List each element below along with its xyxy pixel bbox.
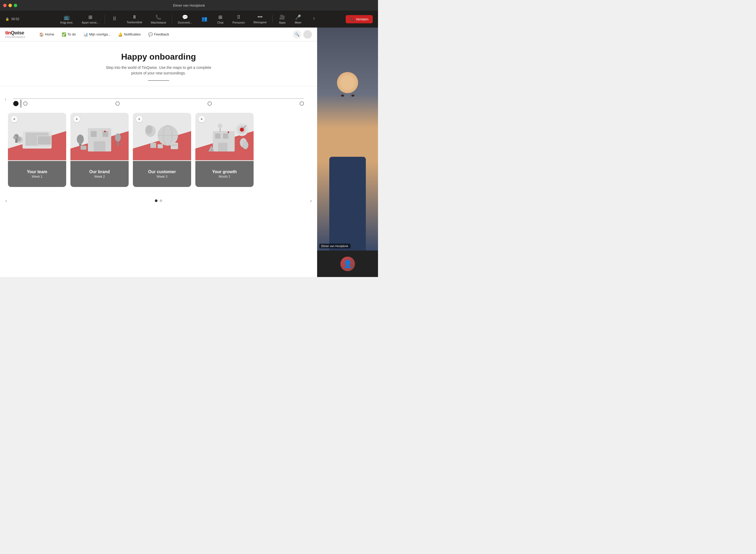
doorverbinding-button[interactable]: 📞 Wachtstand	[147, 13, 170, 26]
dot-2	[160, 200, 162, 202]
maximize-button[interactable]	[14, 4, 17, 7]
krijg-best-label: Krijg best.	[60, 21, 73, 24]
card-plus-2[interactable]: +	[73, 116, 80, 122]
video-name-badge: Elmer van Hooijdonk	[319, 244, 350, 248]
apps-button[interactable]: ⠿ Personen	[229, 13, 248, 26]
nav-todo-label: To do	[67, 32, 76, 36]
svg-rect-6	[38, 136, 51, 145]
svg-rect-20	[81, 146, 86, 150]
card-plus-1[interactable]: +	[11, 116, 17, 122]
svg-point-46	[218, 123, 223, 128]
svg-rect-29	[171, 143, 178, 149]
microphone-icon: 🎤	[295, 14, 301, 20]
left-nav-arrow[interactable]: ‹	[3, 94, 8, 104]
nav-feedback-label: Feedback	[154, 32, 169, 36]
pagination-row: ‹ ›	[0, 195, 317, 206]
weergave-button[interactable]: ⊞ Chat	[213, 13, 228, 26]
svg-text:♥: ♥	[227, 130, 230, 134]
minimize-button[interactable]	[8, 4, 12, 7]
camera-label: Apps	[279, 21, 286, 24]
tinqwise-logo: tinQwise Programmes	[5, 30, 25, 39]
hero-section: Happy onboarding Step into the world of …	[0, 41, 317, 86]
microfoon-button[interactable]: 🎤 Meer	[291, 13, 305, 26]
card-title-2: Our brand	[89, 169, 110, 174]
chat-icon: 💬	[182, 14, 188, 20]
title-bar: Elmer van Hooijdonk	[0, 0, 378, 11]
hero-divider	[148, 80, 169, 81]
meer-button[interactable]: ••• Weergave	[250, 13, 270, 25]
timeline-node-2	[23, 101, 27, 106]
window-controls[interactable]	[3, 4, 17, 7]
separator-1	[105, 15, 105, 23]
personen-button[interactable]: 👥	[197, 14, 212, 24]
svg-rect-28	[158, 144, 163, 148]
card-plus-4[interactable]: +	[198, 116, 205, 122]
chart-icon: 📊	[83, 32, 88, 37]
dot-1	[155, 200, 158, 202]
window-icon: ⊞	[89, 14, 93, 20]
avatar-button[interactable]	[303, 30, 312, 39]
camera-icon: 🎥	[279, 14, 285, 20]
shirt	[329, 157, 366, 251]
card-week-3: Week 3	[157, 175, 167, 178]
card-your-growth[interactable]: +	[195, 113, 253, 187]
card-footer-2: Our brand Week 2	[70, 161, 129, 187]
svg-point-43	[242, 141, 248, 149]
timeline-line	[21, 100, 21, 108]
card-our-brand[interactable]: + ♥	[70, 113, 129, 187]
eye-right	[351, 95, 354, 97]
nav-home-label: Home	[45, 32, 54, 36]
nav-mijn-voortga[interactable]: 📊 Mijn voortga...	[80, 31, 114, 38]
pagination-dots	[155, 200, 162, 202]
left-panel: tinQwise Programmes 🏠 Home ✅ To do 📊 Mij…	[0, 27, 317, 277]
camera-button[interactable]: 🎥 Apps	[275, 13, 290, 26]
card-your-team[interactable]: +	[8, 113, 66, 187]
more-icon: •••	[257, 14, 263, 20]
timeline-node-active	[13, 101, 18, 106]
timeline-track	[13, 98, 304, 99]
delen-button[interactable]: ↑	[306, 14, 322, 24]
nav-mijn-voortga-label: Mijn voortga...	[89, 32, 111, 36]
toetsenblok-button[interactable]: ⠿	[107, 14, 122, 24]
main-area: tinQwise Programmes 🏠 Home ✅ To do 📊 Mij…	[0, 27, 378, 277]
svg-rect-38	[215, 133, 221, 139]
separator-2	[172, 15, 172, 23]
logo-text: tinQwise	[5, 30, 25, 36]
apps-icon: ⠿	[237, 14, 240, 20]
home-icon: 🏠	[39, 32, 44, 37]
timeline-node-3	[115, 101, 120, 106]
card-plus-3[interactable]: +	[136, 116, 142, 122]
people-icon: 👥	[201, 16, 207, 22]
bell-icon: 🔔	[118, 32, 123, 37]
chat-button[interactable]: 💬 Doorverb...	[174, 13, 196, 26]
prev-arrow[interactable]: ‹	[5, 198, 7, 204]
verlaten-label: Verlaten	[356, 17, 368, 21]
verlaten-button[interactable]: 📞 Verlaten	[346, 15, 373, 23]
card-our-customer[interactable]: +	[133, 113, 191, 187]
pause-icon: ⏸	[132, 14, 137, 20]
wachtstand-button[interactable]: ⏸ Toetsenblok	[123, 13, 146, 25]
search-button[interactable]: 🔍	[293, 30, 301, 39]
cards-section: +	[0, 108, 317, 195]
toolbar-right: 📞 Verlaten	[346, 15, 373, 23]
svg-point-26	[145, 125, 152, 134]
video-feed	[317, 27, 378, 251]
nav-feedback[interactable]: 💬 Feedback	[145, 31, 172, 38]
video-secondary: 👤	[317, 251, 378, 277]
todo-icon: ✅	[62, 32, 66, 37]
nav-todo[interactable]: ✅ To do	[58, 31, 79, 38]
timeline-node-4	[208, 101, 212, 106]
nav-notificaties[interactable]: 🔔 Notificaties	[115, 31, 144, 38]
svg-text:♥: ♥	[104, 129, 106, 133]
apart-venst-button[interactable]: ⊞ Apart venst...	[78, 13, 103, 26]
eye-left	[341, 95, 344, 97]
next-arrow[interactable]: ›	[310, 198, 312, 204]
close-button[interactable]	[3, 4, 7, 7]
timeline	[8, 94, 309, 108]
right-panel: Elmer van Hooijdonk 👤	[317, 27, 378, 277]
nav-home[interactable]: 🏠 Home	[36, 31, 57, 38]
krijg-best-button[interactable]: 📺 Krijg best.	[57, 13, 77, 26]
wachtstand-label: Toetsenblok	[126, 21, 142, 24]
timeline-node-5	[300, 101, 304, 106]
card-title-1: Your team	[27, 169, 47, 174]
